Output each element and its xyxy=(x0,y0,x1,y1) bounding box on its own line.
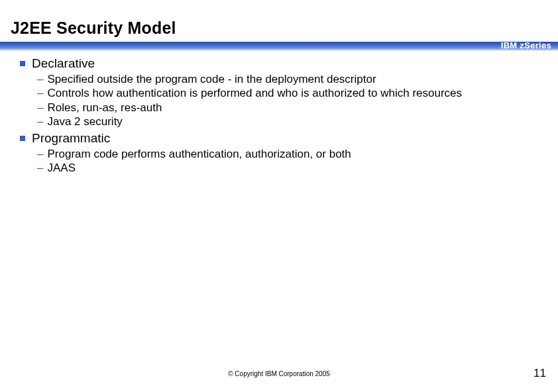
slide-title: J2EE Security Model xyxy=(0,0,558,38)
brand-label: IBM zSeries xyxy=(501,40,551,50)
item-text: Controls how authentication is performed… xyxy=(47,86,462,100)
dash-icon: – xyxy=(37,115,43,128)
list-item: – Specified outside the program code - i… xyxy=(37,72,535,86)
list-item: – Java 2 security xyxy=(37,115,535,128)
section-head: Programmatic xyxy=(20,131,535,146)
item-text: Java 2 security xyxy=(47,115,122,128)
section-heading: Programmatic xyxy=(32,131,110,146)
content-area: Declarative – Specified outside the prog… xyxy=(0,51,558,175)
item-text: Specified outside the program code - in … xyxy=(47,72,376,86)
list-item: – Program code performs authentication, … xyxy=(37,147,535,161)
section-declarative: Declarative – Specified outside the prog… xyxy=(23,56,535,128)
list-item: – Roles, run-as, res-auth xyxy=(37,101,535,115)
dash-icon: – xyxy=(37,86,43,100)
section-head: Declarative xyxy=(20,56,535,71)
sub-list: – Program code performs authentication, … xyxy=(37,147,535,175)
page-number: 11 xyxy=(533,367,546,380)
dash-icon: – xyxy=(37,101,43,115)
dash-icon: – xyxy=(37,72,43,86)
item-text: Program code performs authentication, au… xyxy=(47,147,351,161)
footer-copyright: © Copyright IBM Corporation 2005 xyxy=(0,370,558,377)
section-programmatic: Programmatic – Program code performs aut… xyxy=(23,131,535,175)
item-text: JAAS xyxy=(47,161,76,175)
dash-icon: – xyxy=(37,147,43,161)
sub-list: – Specified outside the program code - i… xyxy=(37,72,535,128)
list-item: – JAAS xyxy=(37,161,535,175)
section-heading: Declarative xyxy=(32,56,95,71)
title-bar: IBM zSeries xyxy=(0,42,558,51)
square-bullet-icon xyxy=(20,136,25,141)
square-bullet-icon xyxy=(20,61,25,66)
list-item: – Controls how authentication is perform… xyxy=(37,86,535,100)
dash-icon: – xyxy=(37,161,43,175)
item-text: Roles, run-as, res-auth xyxy=(47,101,162,115)
